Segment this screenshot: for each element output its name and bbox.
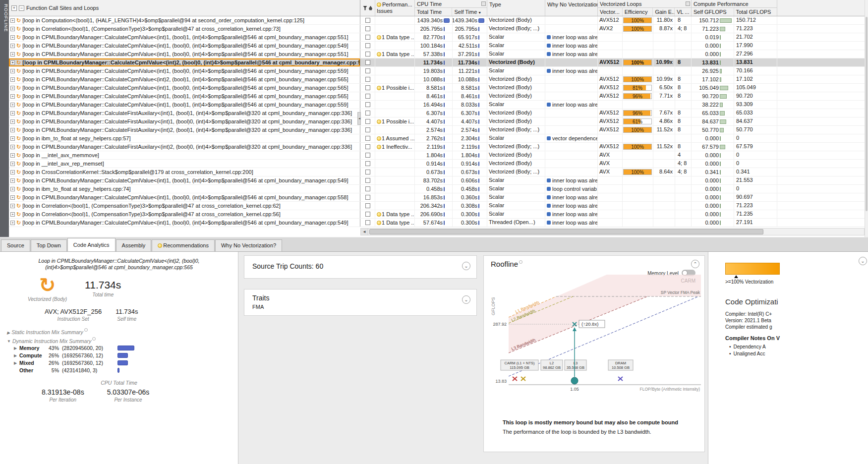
loop-cell[interactable]: +↻[loop in CPMLBoundaryManager::Calculat… <box>9 58 360 66</box>
compute-group-header[interactable]: Compute Performance <box>692 0 777 8</box>
column-header-type[interactable]: Type <box>487 0 545 16</box>
table-row[interactable]: +↻[loop in Correlation<(bool)1, (Compens… <box>9 210 865 219</box>
loop-cell[interactable]: +↻[loop in CPMLBoundaryManager::Calculat… <box>9 92 360 100</box>
row-checkbox[interactable] <box>365 26 370 31</box>
row-checkbox[interactable] <box>365 18 370 23</box>
collapse-chevron-icon[interactable]: ⌃ <box>691 260 699 268</box>
collapse-chevron-icon[interactable]: ⌄ <box>859 257 867 265</box>
row-checkbox[interactable] <box>365 220 370 225</box>
loop-cell[interactable]: +↻[loop in CPMLBoundaryManager::Calculat… <box>9 117 360 125</box>
loop-cell[interactable]: +↻[loop in CPMLBoundaryManager::Calculat… <box>9 101 360 109</box>
loop-cell[interactable]: +↻[loop in CPMLBoundaryManager::Calculat… <box>9 219 360 227</box>
row-checkbox[interactable] <box>365 52 370 57</box>
loop-cell[interactable]: +↻[loop in Correlation<(bool)1, (Compens… <box>9 210 360 218</box>
column-options-icon[interactable] <box>686 1 690 6</box>
expand-icon[interactable]: + <box>10 221 15 225</box>
expand-icon[interactable]: + <box>10 77 15 82</box>
tab-recommendations[interactable]: Recommendations <box>152 239 215 251</box>
memory-chip-dram[interactable]: DRAM 10.508 GB <box>608 360 633 370</box>
column-header-self-gflops[interactable]: Self GFLOPS <box>692 8 734 16</box>
table-row[interactable]: +↻[loop in CPMLBoundaryManager::Calculat… <box>9 50 865 58</box>
expand-icon[interactable]: + <box>10 153 15 158</box>
column-header-self-time[interactable]: Self Time▼ <box>452 8 487 16</box>
expand-icon[interactable]: + <box>10 86 15 90</box>
column-header-efficiency[interactable]: Efficiency <box>623 8 653 16</box>
table-row[interactable]: +↻[loop in CPMLBoundaryManager::Calculat… <box>9 58 865 67</box>
tab-roofline-vertical[interactable]: ROOFLINE <box>0 0 9 237</box>
expand-icon[interactable]: + <box>10 27 15 31</box>
column-header-gain[interactable]: Gain E... <box>653 8 675 16</box>
expand-all-icon[interactable]: + <box>11 5 17 11</box>
expand-icon[interactable]: + <box>10 52 15 57</box>
table-row[interactable]: +↻[loop in CPMLBoundaryManager::Calculat… <box>9 42 865 50</box>
table-row[interactable]: +↻[loop in CPMLBoundaryManager::Calculat… <box>9 176 865 185</box>
row-checkbox[interactable] <box>365 170 370 174</box>
row-checkbox[interactable] <box>365 203 370 208</box>
loop-cell[interactable]: +↻[loop in CPMLBoundaryManager::Calculat… <box>9 109 360 117</box>
horizontal-scroll-thumb[interactable] <box>369 229 763 234</box>
table-row[interactable]: +↻[loop in CPMLBoundaryManager::Calculat… <box>9 109 865 117</box>
row-checkbox[interactable] <box>365 178 370 183</box>
row-checkbox[interactable] <box>365 212 370 217</box>
column-header-issues[interactable]: Performan... Issues <box>375 0 415 16</box>
row-checkbox[interactable] <box>365 195 370 200</box>
mix-row-memory[interactable]: ▶ Memory 43% (2820945600, 20) <box>14 345 238 351</box>
loop-cell[interactable]: +↻[loop in __intel_avx_memmove] <box>9 151 360 159</box>
row-checkbox[interactable] <box>365 60 370 65</box>
loop-cell[interactable]: +↻[loop in __intel_avx_rep_memset] <box>9 160 360 168</box>
expand-arrow-icon[interactable]: ▶ <box>14 346 19 350</box>
expand-icon[interactable]: + <box>10 212 15 217</box>
column-header-why[interactable]: Why No Vectorization? <box>545 0 598 16</box>
table-row[interactable]: +↻[loop in CPMLBoundaryManager::Calculat… <box>9 75 865 84</box>
row-checkbox[interactable] <box>365 111 370 116</box>
row-checkbox[interactable] <box>365 85 370 90</box>
loop-cell[interactable]: +↻[loop in ibm_to_float at segy_helpers.… <box>9 134 360 142</box>
table-row[interactable]: +↻[loop in Correlation<(bool)1, (Compens… <box>9 202 865 210</box>
table-row[interactable]: +↻[loop in Correlation<(bool)1, (Compens… <box>9 25 865 33</box>
selected-loop-dot[interactable] <box>571 377 578 384</box>
table-row[interactable]: +↻[loop in __intel_avx_memmove]1.804s1.8… <box>9 151 865 160</box>
row-checkbox[interactable] <box>365 161 370 166</box>
expand-icon[interactable]: + <box>10 60 15 65</box>
vertical-scroll-thumb[interactable] <box>866 17 868 211</box>
table-row[interactable]: +↻[loop in __intel_avx_rep_memset]0.914s… <box>9 160 865 168</box>
column-header-vector-isa[interactable]: Vector... <box>598 8 623 16</box>
loop-cell[interactable]: +↻[loop in CPMLBoundaryManager::Calculat… <box>9 176 360 184</box>
expand-icon[interactable]: + <box>10 136 15 141</box>
pane-splitter[interactable]: ◄ <box>357 112 361 125</box>
expand-icon[interactable]: + <box>10 44 15 48</box>
row-checkbox[interactable] <box>365 186 370 191</box>
expand-icon[interactable]: + <box>10 162 15 166</box>
row-checkbox[interactable] <box>365 68 370 73</box>
cpu-time-group-header[interactable]: CPU Time <box>415 0 487 8</box>
loop-marker-blue[interactable] <box>618 377 623 381</box>
mix-row-mixed[interactable]: ▶ Mixed 26% (1692567360, 12) <box>14 360 238 366</box>
table-row[interactable]: +↻[loop in CPMLBoundaryManager::Calculat… <box>9 219 865 227</box>
expand-icon[interactable]: + <box>10 111 15 116</box>
loop-marker-yellow[interactable] <box>521 377 525 381</box>
expand-icon[interactable]: + <box>10 195 15 200</box>
loop-cell[interactable]: +↻[loop in CPMLBoundaryManager::Calculat… <box>9 193 360 201</box>
scroll-left-arrow-icon[interactable]: ◄ <box>361 229 368 235</box>
collapse-chevron-icon[interactable]: ⌄ <box>462 262 470 270</box>
vectorized-group-header[interactable]: Vectorized Loops <box>598 0 691 8</box>
expand-icon[interactable]: + <box>10 145 15 149</box>
expand-arrow-icon[interactable]: ▶ <box>14 353 19 358</box>
table-row[interactable]: +↻[loop in CPMLBoundaryManager::Calculat… <box>9 193 865 202</box>
column-header-loops[interactable]: + − Function Call Sites and Loops <box>9 0 360 16</box>
row-checkbox[interactable] <box>365 77 370 82</box>
expand-icon[interactable]: + <box>10 18 15 23</box>
table-row[interactable]: +↻[loop in CPMLBoundaryManager::Calculat… <box>9 101 865 109</box>
expand-icon[interactable]: + <box>10 204 15 208</box>
table-row[interactable]: +↻[loop in CPMLBoundaryManager::Calculat… <box>9 67 865 75</box>
table-row[interactable]: +↻[loop in CPMLBoundaryManager::Calculat… <box>9 117 865 126</box>
tab-code-analytics[interactable]: Code Analytics <box>67 238 116 251</box>
table-row[interactable]: +↻[loop in CPMLBoundaryManager::Calculat… <box>9 126 865 134</box>
row-checkbox[interactable] <box>365 94 370 99</box>
tab-assembly[interactable]: Assembly <box>116 239 152 251</box>
expand-icon[interactable]: + <box>10 178 15 183</box>
loop-cell[interactable]: +↻[loop in CPMLBoundaryManager::Calculat… <box>9 126 360 134</box>
vertical-scrollbar[interactable] <box>865 0 868 237</box>
mix-row-compute[interactable]: ▶ Compute 26% (1692567360, 12) <box>14 352 238 358</box>
expand-icon[interactable]: + <box>10 170 15 174</box>
